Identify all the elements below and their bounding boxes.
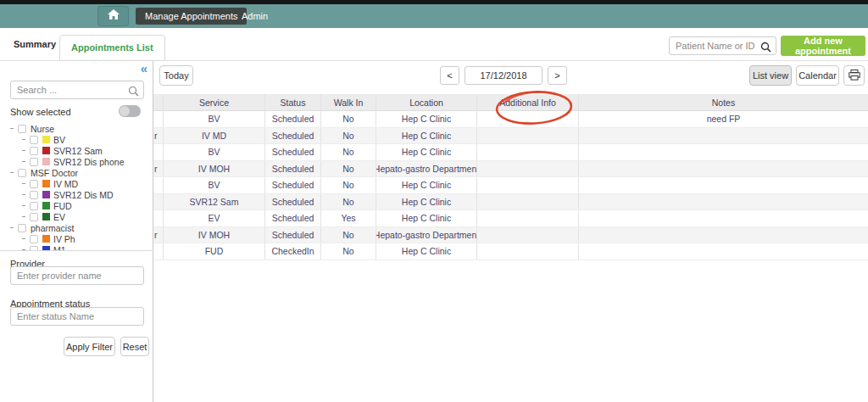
add-new-appointment-button[interactable]: Add new appointment — [781, 36, 865, 56]
home-icon — [107, 8, 120, 24]
tree-item-svr12-sam[interactable]: SVR12 Sam — [0, 145, 153, 156]
expander-icon[interactable] — [10, 172, 14, 173]
cell-status: Scheduled — [265, 177, 321, 193]
checkbox[interactable] — [30, 202, 38, 210]
expander-icon[interactable] — [10, 227, 14, 228]
calendar-button[interactable]: Calendar — [796, 65, 839, 86]
table-row[interactable]: rIV MDScheduledNoHep C Clinic — [153, 128, 868, 145]
list-view-button[interactable]: List view — [749, 65, 792, 86]
cell-stub: r — [153, 161, 164, 177]
cell-stub — [153, 177, 164, 193]
tree-item-iv-md[interactable]: IV MD — [0, 178, 153, 189]
cell-stub — [153, 144, 164, 160]
checkbox[interactable] — [30, 235, 38, 243]
cell-status: CheckedIn — [265, 243, 321, 260]
tree-group-pharmacist[interactable]: pharmacist — [0, 222, 153, 233]
tree-item-iv-ph[interactable]: IV Ph — [0, 233, 153, 244]
table-row[interactable]: rIV MOHScheduledNoHepato-gastro Departme… — [153, 161, 868, 178]
expander-icon[interactable] — [22, 216, 25, 217]
cell-service: SVR12 Sam — [164, 194, 265, 210]
expander-icon[interactable] — [22, 205, 25, 206]
cell-walk-in: Yes — [321, 210, 376, 226]
tree-item-bv[interactable]: BV — [0, 134, 153, 145]
today-button[interactable]: Today — [159, 65, 193, 86]
tree-item-label: BV — [53, 135, 65, 145]
prev-date-button[interactable]: < — [440, 66, 459, 85]
expander-icon[interactable] — [22, 249, 25, 250]
expander-icon[interactable] — [22, 161, 25, 162]
table-row[interactable]: SVR12 SamScheduledNoHep C Clinic — [153, 194, 868, 211]
nav-item-manage-appointments[interactable]: Manage Appointments — [136, 8, 247, 25]
next-date-button[interactable]: > — [548, 66, 567, 85]
cell-status: Scheduled — [265, 161, 321, 177]
expander-icon[interactable] — [22, 150, 25, 151]
cell-location: Hepato-gastro Department — [376, 227, 477, 243]
service-color-swatch — [42, 180, 50, 187]
cell-notes — [579, 161, 868, 177]
expander-icon[interactable] — [22, 139, 25, 140]
apply-filter-button[interactable]: Apply Filter — [64, 337, 115, 356]
nav-item-admin[interactable]: Admin — [242, 8, 268, 25]
date-display[interactable]: 17/12/2018 — [465, 66, 542, 85]
service-color-swatch — [42, 147, 50, 154]
tree-item-m1[interactable]: M1 — [0, 244, 153, 251]
cell-status: Scheduled — [265, 144, 321, 160]
tab-appointments-list[interactable]: Appointments List — [59, 35, 165, 61]
reset-button[interactable]: Reset — [120, 337, 149, 356]
tree-group-label: MSF Doctor — [31, 168, 78, 178]
checkbox[interactable] — [30, 213, 38, 221]
expander-icon[interactable] — [22, 194, 25, 195]
tree-item-svr12-dis-phone[interactable]: SVR12 Dis phone — [0, 156, 153, 167]
cell-status: Scheduled — [265, 128, 321, 144]
tree-item-label: IV MD — [53, 179, 78, 189]
search-icon[interactable] — [760, 41, 771, 56]
cell-status: Scheduled — [265, 227, 321, 243]
cell-additional-info — [477, 194, 579, 210]
tree-group-msf-doctor[interactable]: MSF Doctor — [0, 167, 153, 178]
cell-additional-info — [477, 177, 579, 193]
checkbox[interactable] — [18, 169, 26, 177]
table-row[interactable]: BVScheduledNoHep C Clinic — [153, 177, 868, 194]
tree-group-nurse[interactable]: Nurse — [0, 123, 153, 134]
tab-summary[interactable]: Summary — [14, 39, 56, 49]
sidebar-search-input[interactable] — [17, 81, 125, 98]
expander-icon[interactable] — [22, 238, 25, 239]
cell-stub: r — [153, 128, 164, 144]
checkbox[interactable] — [30, 136, 38, 144]
table-row[interactable]: BVScheduledNoHep C Clinic — [153, 144, 868, 161]
cell-walk-in: No — [321, 161, 376, 177]
tree-item-label: EV — [53, 212, 65, 222]
appointment-status-input[interactable] — [10, 307, 144, 326]
cell-additional-info — [477, 243, 579, 260]
checkbox[interactable] — [30, 147, 38, 155]
expander-icon[interactable] — [10, 128, 14, 129]
print-button[interactable] — [843, 65, 865, 86]
collapse-sidebar-icon[interactable]: « — [141, 63, 147, 75]
checkbox[interactable] — [30, 158, 38, 166]
provider-input[interactable] — [10, 266, 144, 285]
table-row[interactable]: rIV MOHScheduledNoHepato-gastro Departme… — [153, 227, 868, 244]
checkbox[interactable] — [30, 180, 38, 188]
home-button[interactable] — [97, 6, 129, 26]
show-selected-toggle[interactable] — [119, 105, 141, 117]
cell-walk-in: No — [321, 227, 376, 243]
column-header-status: Status — [265, 94, 321, 110]
checkbox[interactable] — [30, 246, 38, 252]
cell-location: Hep C Clinic — [376, 210, 477, 226]
table-row[interactable]: FUDCheckedInNoHep C Clinic — [153, 243, 868, 260]
patient-search-input[interactable] — [676, 37, 759, 54]
tree-group-label: Nurse — [31, 124, 54, 134]
checkbox[interactable] — [18, 125, 26, 133]
expander-icon[interactable] — [22, 183, 25, 184]
cell-service: IV MD — [164, 128, 265, 144]
table-row[interactable]: EVScheduledYesHep C Clinic — [153, 210, 868, 227]
checkbox[interactable] — [30, 191, 38, 199]
tree-item-svr12-dis-md[interactable]: SVR12 Dis MD — [0, 189, 153, 200]
cell-notes — [579, 177, 868, 193]
column-header-additional-info: Additional Info — [477, 94, 579, 110]
tree-item-ev[interactable]: EV — [0, 211, 153, 222]
tree-item-fud[interactable]: FUD — [0, 200, 153, 211]
cell-stub — [153, 210, 164, 226]
checkbox[interactable] — [18, 224, 26, 232]
table-row[interactable]: BVScheduledNoHep C Clinicneed FP — [153, 111, 868, 128]
